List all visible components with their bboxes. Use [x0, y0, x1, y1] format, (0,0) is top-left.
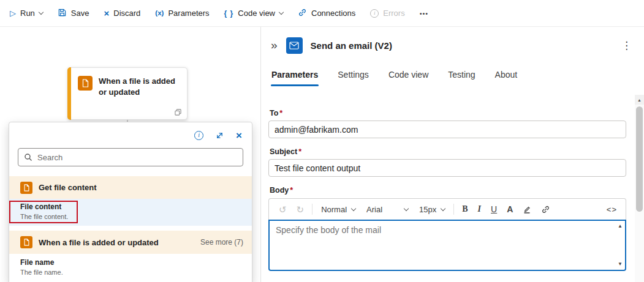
run-label: Run: [20, 9, 35, 18]
save-icon: [58, 8, 67, 18]
close-icon[interactable]: ×: [236, 130, 242, 141]
sharepoint-connector-icon: [78, 76, 93, 91]
italic-button[interactable]: I: [473, 205, 486, 213]
font-family-dropdown[interactable]: Arial: [361, 205, 414, 214]
file-content-item[interactable]: File content The file content.: [9, 199, 252, 226]
errors-label: Errors: [383, 9, 404, 18]
tab-about[interactable]: About: [494, 69, 518, 86]
toolbar-divider: [312, 204, 313, 215]
tab-code-view[interactable]: Code view: [388, 69, 429, 86]
connections-label: Connections: [311, 9, 355, 18]
card-copy-icon[interactable]: [175, 109, 181, 116]
tab-settings[interactable]: Settings: [337, 69, 369, 86]
editor-scroll-down-icon[interactable]: ▼: [618, 262, 623, 267]
item-title: File name: [20, 258, 243, 267]
info-icon[interactable]: i: [194, 131, 203, 140]
tab-parameters[interactable]: Parameters: [271, 69, 319, 86]
sharepoint-connector-icon: [20, 182, 32, 194]
to-input[interactable]: [268, 121, 626, 138]
group-title: Get file content: [39, 183, 97, 192]
group-when-file-added[interactable]: When a file is added or updated See more…: [9, 231, 252, 254]
subject-input[interactable]: [268, 159, 626, 177]
tab-testing[interactable]: Testing: [447, 69, 475, 86]
panel-scrollbar[interactable]: ▲: [635, 95, 644, 282]
parameters-icon: (x): [155, 10, 164, 17]
trigger-accent-bar: [67, 67, 71, 120]
chevron-down-icon: [39, 9, 44, 14]
undo-icon: ↺: [279, 205, 287, 214]
insert-link-button[interactable]: [536, 205, 555, 214]
font-size-dropdown[interactable]: 15px: [414, 205, 450, 214]
underline-button[interactable]: U: [486, 205, 502, 213]
kebab-menu-button[interactable]: ⋮: [619, 39, 634, 52]
link-icon: [298, 8, 307, 18]
editor-scroll-up-icon[interactable]: ▲: [618, 224, 623, 229]
discard-label: Discard: [113, 9, 140, 18]
search-input[interactable]: [37, 153, 237, 162]
run-button[interactable]: ▷ Run: [10, 9, 43, 18]
highlight-button[interactable]: [518, 205, 536, 213]
search-box: [18, 148, 243, 166]
font-color-icon: A: [507, 205, 513, 213]
discard-icon: ×: [104, 9, 110, 18]
to-label: To*: [270, 109, 282, 117]
group-get-file-content[interactable]: Get file content: [9, 176, 252, 199]
scroll-up-icon: ▲: [637, 98, 642, 102]
chevron-down-icon: [441, 206, 445, 211]
designer-toolbar: ▷ Run Save × Discard (x) Parameters { } …: [0, 0, 644, 27]
link-icon: [541, 205, 550, 214]
panel-tabs: Parameters Settings Code view Testing Ab…: [261, 69, 644, 88]
redo-button[interactable]: ↻: [292, 205, 309, 214]
chevron-down-icon: [404, 206, 409, 211]
expand-icon[interactable]: [216, 132, 224, 139]
rte-toolbar: ↺ ↻ Normal Arial 15px B I U A: [268, 198, 626, 220]
connections-button[interactable]: Connections: [298, 8, 355, 18]
flow-designer: ▷ Run Save × Discard (x) Parameters { } …: [0, 0, 644, 282]
dynamic-content-panel: i × Get file content File content The fi…: [9, 122, 252, 282]
play-icon: ▷: [10, 9, 16, 17]
chevron-down-icon: [351, 206, 356, 211]
action-details-panel: » Send an email (V2) ⋮ Parameters Settin…: [260, 27, 644, 282]
font-color-button[interactable]: A: [502, 205, 518, 213]
text-style-dropdown[interactable]: Normal: [316, 205, 361, 214]
undo-button[interactable]: ↺: [274, 205, 292, 214]
outlook-icon: [286, 37, 303, 54]
sharepoint-connector-icon: [20, 236, 32, 248]
panel-header: » Send an email (V2) ⋮: [261, 27, 644, 64]
picker-header: i ×: [9, 122, 252, 143]
file-name-item[interactable]: File name The file name.: [9, 254, 252, 282]
parameters-button[interactable]: (x) Parameters: [155, 9, 209, 18]
item-subtitle: The file name.: [20, 269, 243, 276]
trigger-card[interactable]: When a file is added or updated: [67, 67, 188, 120]
errors-button[interactable]: i Errors: [370, 9, 404, 18]
collapse-panel-button[interactable]: »: [267, 39, 281, 52]
code-view-icon: { }: [224, 10, 234, 17]
required-asterisk: *: [298, 147, 301, 156]
required-asterisk: *: [290, 186, 293, 195]
body-placeholder: Specify the body of the mail: [276, 225, 381, 235]
bold-icon: B: [462, 205, 468, 213]
group-title: When a file is added or updated: [39, 238, 159, 247]
trigger-title: When a file is added or updated: [99, 76, 178, 97]
code-view-toggle-button[interactable]: <>: [603, 205, 621, 214]
more-commands-button[interactable]: •••: [420, 10, 429, 17]
subject-label: Subject*: [270, 147, 301, 156]
errors-info-icon: i: [370, 9, 379, 18]
chevron-down-icon: [279, 9, 284, 14]
discard-button[interactable]: × Discard: [104, 9, 141, 18]
scrollbar-thumb[interactable]: [636, 106, 643, 212]
body-label: Body*: [270, 186, 293, 195]
scrollbar-up-button[interactable]: ▲: [635, 95, 644, 105]
save-label: Save: [71, 9, 89, 18]
save-button[interactable]: Save: [58, 8, 89, 18]
body-editor[interactable]: Specify the body of the mail ▲ ▼: [268, 220, 626, 271]
toolbar-divider: [453, 204, 454, 215]
code-view-button[interactable]: { } Code view: [224, 9, 283, 18]
item-subtitle: The file content.: [20, 213, 243, 220]
panel-title: Send an email (V2): [311, 40, 392, 51]
highlighter-icon: [523, 205, 531, 213]
bold-button[interactable]: B: [457, 205, 472, 213]
code-view-label: Code view: [238, 9, 275, 18]
parameters-label: Parameters: [168, 9, 209, 18]
see-more-link[interactable]: See more (7): [200, 238, 243, 247]
